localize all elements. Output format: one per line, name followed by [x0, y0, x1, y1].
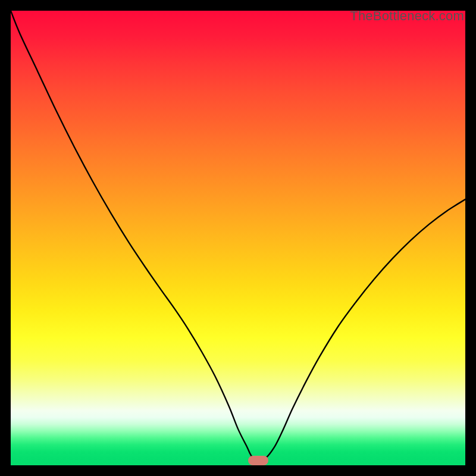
minimum-marker	[248, 456, 268, 465]
chart-frame: TheBottleneck.com	[0, 0, 476, 476]
curve-path	[11, 11, 465, 461]
bottleneck-curve	[11, 11, 465, 465]
plot-area	[11, 11, 465, 465]
attribution-label: TheBottleneck.com	[350, 8, 464, 24]
